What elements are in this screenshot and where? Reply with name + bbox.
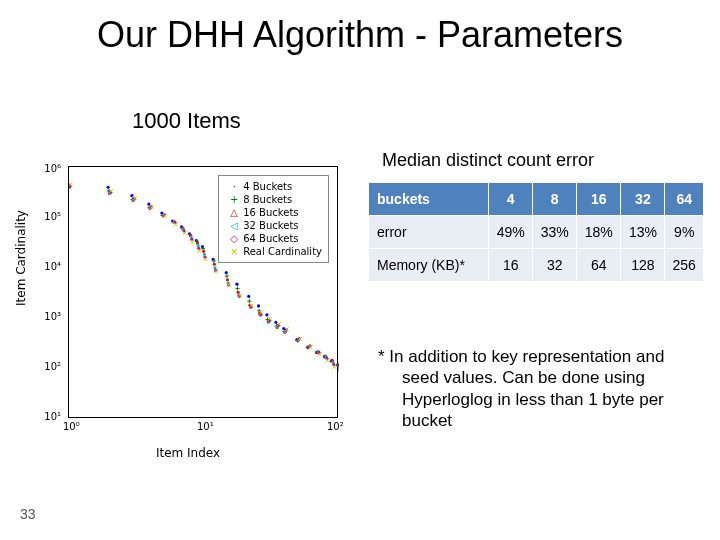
slide: Our DHH Algorithm - Parameters 1000 Item… bbox=[0, 0, 720, 540]
error-table: buckets 4 8 16 32 64 error 49% 33% 18% 1… bbox=[368, 182, 704, 282]
th: 16 bbox=[577, 183, 621, 216]
svg-point-10 bbox=[212, 258, 215, 261]
items-subtitle: 1000 Items bbox=[132, 108, 241, 134]
svg-point-35 bbox=[226, 278, 229, 281]
ytick-2: 10² bbox=[44, 361, 61, 372]
table-row: error 49% 33% 18% 13% 9% bbox=[369, 216, 704, 249]
cell: 13% bbox=[621, 216, 665, 249]
xtick-2: 10¹ bbox=[197, 421, 214, 432]
table-header-row: buckets 4 8 16 32 64 bbox=[369, 183, 704, 216]
legend-entry: ·4 Buckets bbox=[225, 180, 322, 193]
chart-xlabel: Item Index bbox=[18, 446, 358, 460]
cell: 9% bbox=[665, 216, 704, 249]
svg-point-15 bbox=[265, 313, 268, 316]
svg-point-56 bbox=[197, 244, 200, 247]
xtick-3: 10² bbox=[327, 421, 344, 432]
legend-entry: ×Real Cardinality bbox=[225, 245, 322, 258]
th-buckets: buckets bbox=[369, 183, 489, 216]
ytick-6: 10⁶ bbox=[44, 163, 61, 174]
table-title: Median distinct count error bbox=[382, 150, 594, 171]
svg-point-9 bbox=[201, 245, 204, 248]
legend-entry: ◁32 Buckets bbox=[225, 219, 322, 232]
svg-point-14 bbox=[257, 304, 260, 307]
xtick-1: 10⁰ bbox=[63, 421, 80, 432]
row-label: Memory (KB)* bbox=[369, 249, 489, 282]
svg-point-34 bbox=[213, 263, 216, 266]
table-row: Memory (KB)* 16 32 64 128 256 bbox=[369, 249, 704, 282]
cell: 18% bbox=[577, 216, 621, 249]
chart-legend: ·4 Buckets +8 Buckets △16 Buckets ◁32 Bu… bbox=[218, 175, 329, 263]
chart-plot-area: 10¹ 10² 10³ 10⁴ 10⁵ 10⁶ 10⁰ 10¹ 10² ·4 B… bbox=[68, 166, 338, 418]
legend-entry: +8 Buckets bbox=[225, 193, 322, 206]
svg-point-12 bbox=[235, 283, 238, 286]
svg-point-33 bbox=[202, 250, 205, 253]
legend-entry: ◇64 Buckets bbox=[225, 232, 322, 245]
svg-point-11 bbox=[225, 271, 228, 274]
legend-entry: △16 Buckets bbox=[225, 206, 322, 219]
th: 8 bbox=[533, 183, 577, 216]
svg-point-1 bbox=[107, 186, 110, 189]
slide-number: 33 bbox=[20, 506, 36, 522]
cell: 128 bbox=[621, 249, 665, 282]
th: 4 bbox=[489, 183, 533, 216]
cell: 16 bbox=[489, 249, 533, 282]
cell: 49% bbox=[489, 216, 533, 249]
cell: 64 bbox=[577, 249, 621, 282]
th: 32 bbox=[621, 183, 665, 216]
ytick-4: 10⁴ bbox=[44, 261, 61, 272]
svg-point-13 bbox=[247, 295, 250, 298]
cell: 256 bbox=[665, 249, 704, 282]
footnote: * In addition to key representation and … bbox=[378, 346, 698, 431]
page-title: Our DHH Algorithm - Parameters bbox=[0, 14, 720, 56]
cell: 32 bbox=[533, 249, 577, 282]
chart-ylabel: Item Cardinality bbox=[14, 210, 28, 306]
cell: 33% bbox=[533, 216, 577, 249]
chart: Item Cardinality 10¹ 10² 10³ 10⁴ 10⁵ 10⁶… bbox=[18, 160, 358, 460]
row-label: error bbox=[369, 216, 489, 249]
ytick-5: 10⁵ bbox=[44, 211, 61, 222]
svg-point-57 bbox=[203, 253, 206, 256]
th: 64 bbox=[665, 183, 704, 216]
ytick-1: 10¹ bbox=[44, 411, 61, 422]
ytick-3: 10³ bbox=[44, 311, 61, 322]
